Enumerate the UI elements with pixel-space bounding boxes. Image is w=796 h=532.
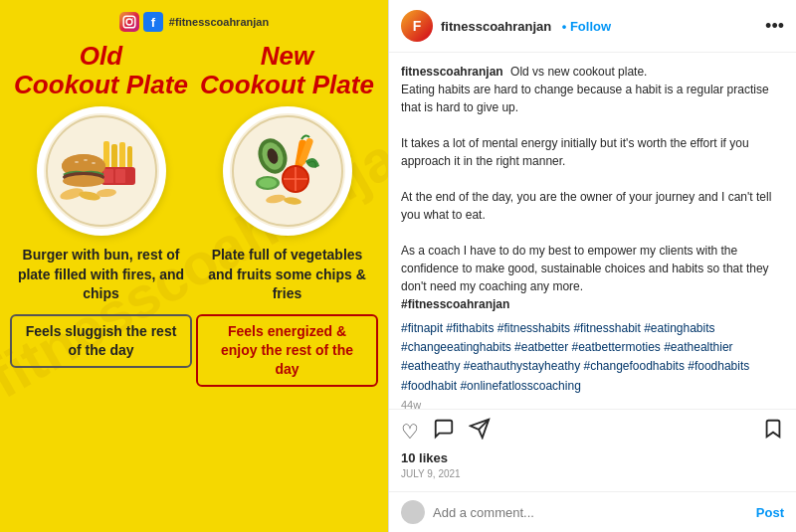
new-plate-col: NewCookout Plate [196, 42, 378, 522]
bookmark-icon[interactable] [762, 418, 784, 444]
svg-point-1 [126, 19, 132, 25]
svg-point-16 [92, 162, 96, 164]
commenter-avatar [401, 500, 425, 524]
share-icon[interactable] [469, 418, 491, 444]
post-date: JULY 9, 2021 [401, 468, 784, 479]
username-area: fitnesscoahranjan • Follow [441, 17, 611, 35]
social-handle: #fitnesscoahranjan [169, 16, 269, 28]
post-header: F fitnesscoahranjan • Follow ••• [389, 0, 796, 53]
post-image: #fitnesscoahranjan f #fitnesscoahranjan … [0, 0, 388, 532]
new-food-desc: Plate full of vegetables and fruits some… [196, 246, 378, 304]
old-feeling-box: Feels sluggish the rest of the day [10, 314, 192, 368]
social-icons: f [119, 12, 163, 32]
post-comment-button[interactable]: Post [756, 505, 784, 520]
comment-bar[interactable]: Post [389, 491, 796, 532]
hashtags[interactable]: #fitnapit #fithabits #fitnesshabits #fit… [401, 319, 784, 396]
likes-count: 10 likes [401, 450, 784, 465]
new-plate-title: NewCookout Plate [200, 42, 374, 98]
instagram-icon [119, 12, 139, 32]
old-food-desc: Burger with bun, rest of plate filled wi… [10, 246, 192, 304]
svg-rect-11 [115, 169, 125, 183]
follow-button[interactable]: • Follow [562, 19, 611, 34]
action-bar: ♡ 10 likes JULY 9, 2021 [389, 409, 796, 491]
user-info: F fitnesscoahranjan • Follow [401, 10, 611, 42]
facebook-icon: f [143, 12, 163, 32]
like-icon[interactable]: ♡ [401, 420, 419, 443]
new-food-image [223, 106, 352, 236]
old-food-image [37, 106, 166, 236]
action-icons: ♡ [401, 418, 784, 444]
comment-input[interactable] [433, 505, 748, 520]
svg-rect-7 [119, 142, 125, 169]
new-feeling-box: Feels energized & enjoy the rest of the … [196, 314, 378, 387]
comparison-columns: OldCookout Plate [10, 42, 378, 522]
svg-rect-8 [127, 146, 132, 168]
svg-rect-10 [103, 169, 113, 183]
username-link[interactable]: fitnesscoahranjan [441, 19, 551, 34]
svg-rect-6 [111, 144, 117, 169]
svg-point-34 [259, 178, 277, 188]
svg-point-14 [75, 161, 79, 163]
caption-area: fitnesscoahranjan Old vs new cookout pla… [389, 53, 796, 409]
instagram-sidebar: F fitnesscoahranjan • Follow ••• fitness… [388, 0, 796, 532]
caption-username[interactable]: fitnesscoahranjan [401, 65, 503, 79]
svg-point-18 [63, 175, 104, 187]
caption-text: Old vs new cookout plate.Eating habits a… [401, 65, 771, 293]
svg-point-2 [131, 18, 132, 19]
avatar: F [401, 10, 433, 42]
svg-rect-0 [123, 16, 135, 28]
main-hashtag[interactable]: #fitnesscoahranjan [401, 297, 509, 311]
ad-label: 44w [401, 399, 421, 409]
old-plate-title: OldCookout Plate [14, 42, 188, 98]
svg-point-15 [84, 159, 88, 161]
old-plate-col: OldCookout Plate [10, 42, 192, 522]
comment-icon[interactable] [433, 418, 455, 444]
post-top-bar: f #fitnesscoahranjan [119, 12, 269, 32]
more-options-icon[interactable]: ••• [765, 16, 784, 37]
